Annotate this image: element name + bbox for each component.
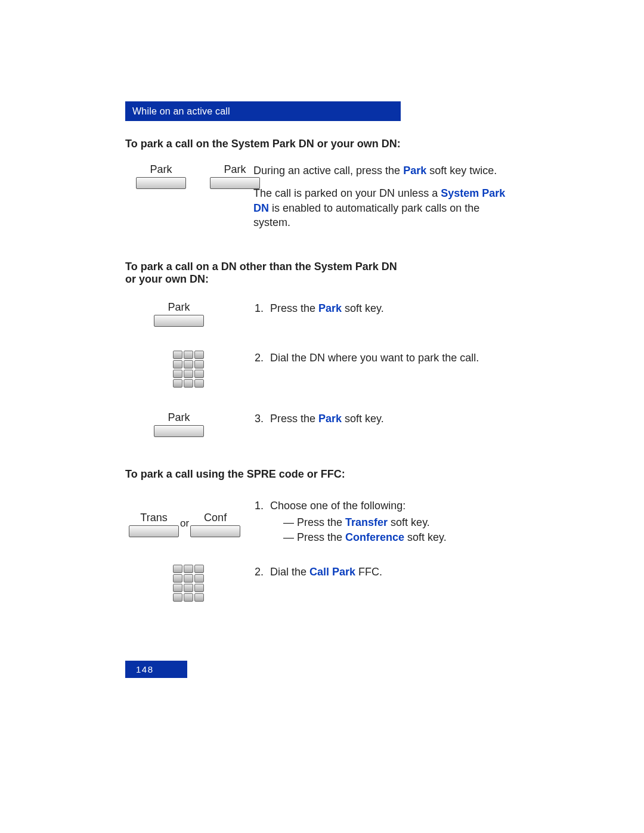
text: soft key twice. — [426, 165, 497, 176]
park-key-1-label: Park — [150, 163, 172, 176]
text: The call is parked on your DN unless a — [253, 187, 441, 199]
text: soft key. — [388, 516, 430, 528]
text: Press the — [270, 302, 318, 314]
text: During an active call, press the — [253, 165, 403, 176]
transfer-keyword: Transfer — [345, 516, 388, 528]
option-conference: Press the Conference soft key. — [283, 530, 519, 544]
section-header-bar: While on an active call — [125, 101, 401, 121]
trans-key: Trans — [129, 512, 179, 537]
step-list: Dial the Call Park FFC. — [253, 565, 519, 579]
step-1: Choose one of the following: Press the T… — [267, 498, 519, 544]
page-number-bar: 148 — [125, 661, 187, 678]
text: Press the — [297, 516, 345, 528]
step-1: Press the Park soft key. — [267, 301, 519, 315]
text: FFC. — [355, 566, 382, 578]
keypad-icon — [173, 351, 204, 388]
text: Press the — [297, 531, 345, 543]
park-key: Park — [154, 411, 204, 437]
text: soft key. — [342, 413, 384, 425]
conf-key-label: Conf — [204, 512, 227, 524]
softkey-button-icon — [154, 425, 204, 437]
park-keyword: Park — [318, 413, 342, 425]
text: is enabled to automatically park calls o… — [253, 202, 479, 228]
step-2: Dial the Call Park FFC. — [267, 565, 519, 579]
park-keyword: Park — [318, 302, 342, 314]
section3-heading: To park a call using the SPRE code or FF… — [125, 468, 519, 481]
softkey-button-icon — [190, 525, 240, 537]
page-number: 148 — [136, 664, 154, 674]
section1-keys: Park Park — [125, 163, 253, 189]
section1-row: Park Park During an active call, press t… — [125, 163, 519, 232]
keypad-icon — [173, 565, 204, 602]
park-key: Park — [154, 301, 204, 327]
section3-step2-row: Dial the Call Park FFC. — [125, 565, 519, 602]
document-page: While on an active call To park a call o… — [0, 0, 644, 833]
park-key-label: Park — [168, 301, 190, 314]
text: Press the — [270, 413, 318, 425]
park-key-2: Park — [210, 163, 260, 189]
park-key-2-label: Park — [224, 163, 246, 176]
option-transfer: Press the Transfer soft key. — [283, 515, 519, 529]
trans-key-label: Trans — [140, 512, 167, 524]
section2-step3-row: Park Press the Park soft key. — [125, 411, 519, 437]
or-text: or — [180, 518, 189, 529]
park-key-1: Park — [136, 163, 186, 189]
step-3: Press the Park soft key. — [267, 411, 519, 426]
step-list: Choose one of the following: Press the T… — [253, 498, 519, 544]
section2-heading: To park a call on a DN other than the Sy… — [125, 261, 400, 286]
section1-text: During an active call, press the Park so… — [253, 163, 519, 232]
park-key-label: Park — [168, 411, 190, 424]
text: Dial the — [270, 566, 309, 578]
text: soft key. — [342, 302, 384, 314]
conf-key: Conf — [190, 512, 240, 537]
section1-heading: To park a call on the System Park DN or … — [125, 138, 519, 150]
step-list: Press the Park soft key. — [253, 301, 519, 315]
step-2: Dial the DN where you want to park the c… — [267, 351, 519, 365]
section-header-text: While on an active call — [132, 106, 230, 116]
step-list: Dial the DN where you want to park the c… — [253, 351, 519, 365]
section2-step1-row: Park Press the Park soft key. — [125, 301, 519, 327]
text: Choose one of the following: — [270, 500, 405, 512]
step-list: Press the Park soft key. — [253, 411, 519, 426]
section2-step2-row: Dial the DN where you want to park the c… — [125, 351, 519, 388]
text: soft key. — [404, 531, 447, 543]
call-park-keyword: Call Park — [309, 566, 355, 578]
conference-keyword: Conference — [345, 531, 404, 543]
softkey-button-icon — [136, 177, 186, 189]
softkey-button-icon — [210, 177, 260, 189]
softkey-button-icon — [129, 525, 179, 537]
park-keyword: Park — [403, 165, 426, 176]
section3-step1-row: Trans or Conf Choose one of the followin… — [125, 498, 519, 544]
softkey-button-icon — [154, 315, 204, 327]
